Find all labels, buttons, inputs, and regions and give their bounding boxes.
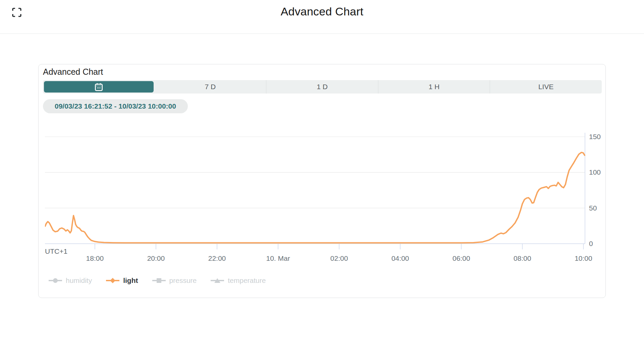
- date-range-badge[interactable]: 09/03/23 16:21:52 - 10/03/23 10:00:00: [43, 99, 188, 113]
- y-axis-label: 0: [589, 240, 593, 247]
- x-axis-label: 06:00: [452, 254, 470, 262]
- legend-item-pressure[interactable]: pressure: [152, 277, 197, 285]
- x-axis-label: 20:00: [147, 254, 165, 262]
- legend-label: pressure: [169, 277, 197, 285]
- tab-label: LIVE: [538, 83, 554, 91]
- series-line-light: [45, 153, 585, 243]
- tab-calendar[interactable]: [43, 80, 155, 94]
- legend-label: light: [123, 277, 138, 285]
- tab-1d[interactable]: 1 D: [266, 80, 378, 94]
- tab-label: 1 D: [317, 83, 328, 91]
- x-axis-label: 08:00: [514, 254, 531, 262]
- x-axis-label: 10:00: [575, 254, 592, 262]
- calendar-icon: [94, 82, 103, 92]
- chart-legend: humiditylightpressuretemperature: [49, 277, 266, 285]
- tab-1h[interactable]: 1 H: [378, 80, 490, 94]
- square-marker-icon: [152, 278, 166, 284]
- tab-live[interactable]: LIVE: [490, 80, 602, 94]
- y-axis-label: 50: [589, 204, 597, 212]
- y-axis-label: 100: [589, 168, 601, 176]
- x-axis-label: 22:00: [208, 254, 226, 262]
- timezone-label: UTC+1: [45, 247, 67, 255]
- page-header: Advanced Chart: [0, 0, 644, 34]
- tab-label: 1 H: [429, 83, 440, 91]
- widget-title: Advanced Chart: [43, 67, 103, 77]
- date-range-text: 09/03/23 16:21:52 - 10/03/23 10:00:00: [55, 102, 176, 110]
- legend-label: temperature: [228, 277, 266, 285]
- circle-marker-icon: [49, 278, 62, 284]
- legend-label: humidity: [66, 277, 92, 285]
- x-axis-label: 18:00: [86, 254, 104, 262]
- chart-card: Advanced Chart 7 D1 D1 HLIVE 09/03/23 16…: [38, 64, 606, 298]
- legend-item-light[interactable]: light: [106, 277, 138, 285]
- y-axis-label: 150: [589, 133, 601, 140]
- tab-7d[interactable]: 7 D: [155, 80, 266, 94]
- legend-item-humidity[interactable]: humidity: [49, 277, 92, 285]
- x-axis-label: 04:00: [391, 254, 409, 262]
- triangle-marker-icon: [211, 278, 224, 284]
- line-chart: 05010015018:0020:0022:0010. Mar02:0004:0…: [45, 131, 602, 292]
- x-axis-label: 10. Mar: [266, 254, 290, 262]
- time-range-tabbar: 7 D1 D1 HLIVE: [43, 80, 602, 94]
- tab-label: 7 D: [205, 83, 216, 91]
- x-axis-label: 02:00: [330, 254, 348, 262]
- legend-item-temperature[interactable]: temperature: [211, 277, 266, 285]
- diamond-marker-icon: [106, 278, 119, 284]
- page-title: Advanced Chart: [0, 5, 644, 18]
